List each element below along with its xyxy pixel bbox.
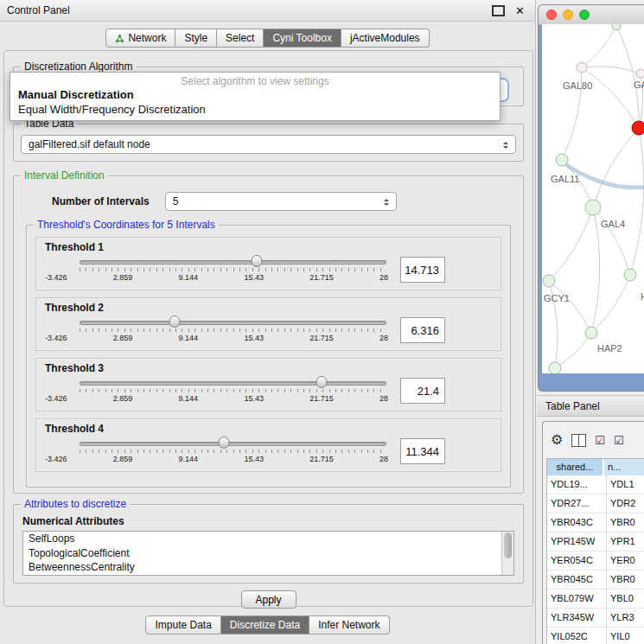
slider-track[interactable] bbox=[80, 260, 386, 265]
table-cell[interactable]: YER054C bbox=[547, 552, 607, 570]
network-node[interactable] bbox=[577, 62, 587, 73]
network-node[interactable] bbox=[549, 362, 561, 373]
slider-thumb[interactable] bbox=[169, 316, 181, 328]
network-node[interactable] bbox=[612, 24, 621, 30]
threshold-slider[interactable]: -3.4262.8599.14415.4321.71528 bbox=[45, 374, 388, 407]
attributes-list[interactable]: SelfLoopsTopologicalCoefficientBetweenne… bbox=[22, 531, 514, 576]
table-cell[interactable]: YIL052C bbox=[547, 628, 607, 644]
tab-label: Network bbox=[128, 32, 166, 44]
checkbox-icon[interactable]: ☑ bbox=[595, 435, 605, 446]
network-node[interactable] bbox=[556, 154, 568, 166]
table-row[interactable]: YDR27...YDR2 bbox=[547, 494, 644, 513]
mac-minimize-button[interactable] bbox=[563, 10, 573, 20]
table-cell[interactable]: YPR1 bbox=[607, 532, 644, 551]
list-item[interactable]: BetweennessCentrality bbox=[23, 560, 513, 575]
column-header-name[interactable]: n... bbox=[604, 459, 644, 475]
scale-label: 15.43 bbox=[244, 334, 264, 342]
table-row[interactable]: YDL19...YDL1 bbox=[547, 475, 644, 494]
table-cell[interactable]: YBL079W bbox=[547, 590, 607, 608]
threshold-label: Threshold 4 bbox=[45, 423, 492, 435]
table-row[interactable]: YIL052CYIL0 bbox=[547, 628, 644, 644]
network-node[interactable] bbox=[624, 269, 636, 281]
network-node[interactable] bbox=[632, 121, 644, 135]
dropdown-option-manual-discretization[interactable]: Manual Discretization bbox=[10, 87, 500, 102]
table-row[interactable]: YBL079WYBL0 bbox=[547, 590, 644, 609]
network-node[interactable] bbox=[636, 69, 644, 78]
close-icon[interactable]: ✕ bbox=[515, 4, 525, 17]
table-cell[interactable]: YBR0 bbox=[607, 513, 644, 532]
threshold-slider[interactable]: -3.4262.8599.14415.4321.71528 bbox=[45, 435, 388, 468]
tab-cyni-toolbox[interactable]: Cyni Toolbox bbox=[264, 29, 341, 48]
scale-label: -3.426 bbox=[45, 394, 67, 403]
slider-thumb[interactable] bbox=[316, 376, 328, 388]
tab-discretize-data[interactable]: Discretize Data bbox=[221, 615, 309, 634]
tab-jactivemodules[interactable]: jActiveModules bbox=[341, 29, 430, 48]
slider-track[interactable] bbox=[80, 381, 386, 386]
table-cell[interactable]: YDR2 bbox=[607, 494, 644, 513]
threshold-slider[interactable]: -3.4262.8599.14415.4321.71528 bbox=[45, 253, 388, 286]
slider-thumb[interactable] bbox=[251, 255, 262, 267]
threshold-value-input[interactable]: 6.316 bbox=[400, 317, 445, 343]
panel-title: Control Panel bbox=[0, 4, 492, 16]
tab-network[interactable]: Network bbox=[105, 29, 175, 48]
mac-close-button[interactable] bbox=[546, 10, 557, 20]
table-cell[interactable]: YLR3 bbox=[607, 609, 644, 627]
column-view-icon[interactable] bbox=[571, 434, 586, 447]
network-canvas[interactable]: GAL80GAGAL11GAL4GCY1HHAP2 bbox=[542, 24, 644, 373]
table-row[interactable]: YER054CYER0 bbox=[547, 552, 644, 571]
network-node[interactable] bbox=[543, 275, 555, 287]
stepper-arrows-icon[interactable] bbox=[380, 196, 392, 208]
checkbox-icon[interactable]: ☑ bbox=[614, 435, 624, 446]
list-item[interactable]: TopologicalCoefficient bbox=[23, 546, 513, 561]
table-cell[interactable]: YBR045C bbox=[547, 571, 607, 589]
mac-zoom-button[interactable] bbox=[579, 10, 590, 20]
table-data-selected-value: galFiltered.sif default node bbox=[29, 138, 150, 150]
table-cell[interactable]: YBR0 bbox=[607, 571, 644, 589]
bottom-tab-bar: Impute DataDiscretize DataInfer Network bbox=[0, 615, 535, 634]
threshold-panel: Threshold 4-3.4262.8599.14415.4321.71528… bbox=[35, 418, 501, 472]
table-data-combobox[interactable]: galFiltered.sif default node bbox=[21, 135, 516, 154]
slider-track[interactable] bbox=[80, 321, 386, 325]
column-header-shared-name[interactable]: shared... bbox=[547, 459, 604, 475]
number-of-intervals-combobox[interactable]: 5 bbox=[165, 192, 397, 211]
gear-icon[interactable]: ⚙ bbox=[551, 433, 563, 447]
tab-infer-network[interactable]: Infer Network bbox=[309, 615, 389, 634]
table-row[interactable]: YBR045CYBR0 bbox=[547, 571, 644, 590]
table-cell[interactable]: YER0 bbox=[607, 552, 644, 570]
table-row[interactable]: YPR145WYPR1 bbox=[547, 532, 644, 552]
table-row[interactable]: YLR345WYLR3 bbox=[547, 609, 644, 628]
table-cell[interactable]: YLR345W bbox=[547, 609, 607, 627]
slider-scale: -3.4262.8599.14415.4321.71528 bbox=[45, 273, 388, 282]
table-cell[interactable]: YDL1 bbox=[607, 475, 644, 494]
table-cell[interactable]: YBR043C bbox=[547, 513, 607, 532]
tab-impute-data[interactable]: Impute Data bbox=[145, 615, 220, 634]
threshold-value-input[interactable]: 21.4 bbox=[400, 378, 445, 404]
table-cell[interactable]: YDL19... bbox=[547, 475, 607, 494]
tab-style[interactable]: Style bbox=[175, 29, 217, 48]
apply-button[interactable]: Apply bbox=[241, 590, 296, 609]
table-cell[interactable]: YDR27... bbox=[547, 494, 607, 513]
network-node[interactable] bbox=[585, 327, 597, 339]
top-tab-bar: NetworkStyleSelectCyni ToolboxjActiveMod… bbox=[0, 29, 535, 48]
scrollbar[interactable] bbox=[501, 532, 513, 575]
list-item[interactable]: SelfLoops bbox=[23, 532, 513, 546]
threshold-slider[interactable]: -3.4262.8599.14415.4321.71528 bbox=[45, 314, 388, 347]
slider-thumb[interactable] bbox=[218, 437, 229, 449]
tab-select[interactable]: Select bbox=[217, 29, 264, 48]
stepper-arrows-icon[interactable] bbox=[500, 139, 512, 151]
table-row[interactable]: YBR043CYBR0 bbox=[547, 513, 644, 532]
network-node[interactable] bbox=[585, 200, 601, 215]
threshold-value-input[interactable]: 11.344 bbox=[400, 438, 445, 464]
table-cell[interactable]: YPR145W bbox=[547, 532, 607, 551]
threshold-value-input[interactable]: 14.713 bbox=[400, 257, 445, 283]
float-window-icon[interactable] bbox=[492, 5, 505, 16]
table-cell[interactable]: YIL0 bbox=[607, 628, 644, 644]
scrollbar-thumb[interactable] bbox=[504, 532, 512, 558]
network-icon bbox=[115, 34, 124, 43]
dropdown-option-equal-width-frequency[interactable]: Equal Width/Frequency Discretization bbox=[10, 102, 500, 117]
slider-track[interactable] bbox=[80, 442, 386, 446]
network-view-window: GAL80GAGAL11GAL4GCY1HHAP2 bbox=[538, 4, 644, 392]
group-title: Attributes to discretize bbox=[21, 498, 130, 510]
table-cell[interactable]: YBL0 bbox=[607, 590, 644, 608]
tab-label: Discretize Data bbox=[230, 619, 300, 631]
